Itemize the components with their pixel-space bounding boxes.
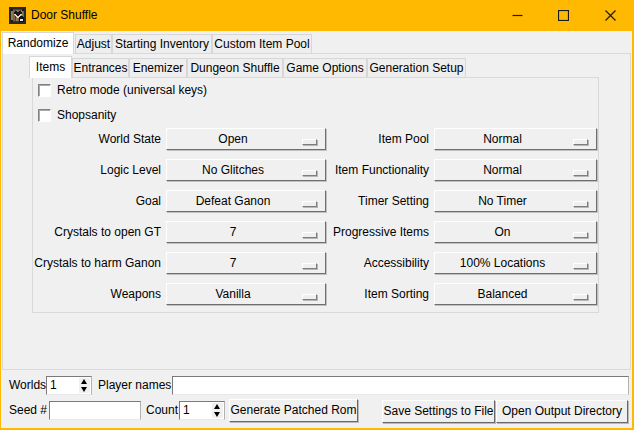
seed-input[interactable] [49, 401, 141, 420]
generate-patched-rom-button[interactable]: Generate Patched Rom [229, 399, 358, 422]
close-icon [605, 10, 616, 21]
dropdown-indicator-icon [573, 139, 588, 145]
window-title: Door Shuffle [31, 0, 98, 31]
item-sorting-dropdown[interactable]: Balanced [434, 283, 597, 305]
item-sorting-label: Item Sorting [309, 283, 429, 305]
tab-game-options[interactable]: Game Options [283, 58, 367, 77]
player-names-label: Player names [98, 376, 171, 395]
dropdown-indicator-icon [573, 294, 588, 300]
tab-generation-setup[interactable]: Generation Setup [367, 58, 466, 77]
world-state-label: World State [21, 128, 161, 150]
tab-randomize[interactable]: Randomize [2, 32, 74, 54]
close-button[interactable] [587, 0, 633, 31]
item-functionality-label: Item Functionality [309, 159, 429, 181]
tab-custom-item-pool[interactable]: Custom Item Pool [212, 34, 312, 53]
maximize-button[interactable] [540, 0, 586, 31]
accessibility-label: Accessibility [309, 252, 429, 274]
dropdown-indicator-icon [573, 170, 588, 176]
timer-setting-dropdown[interactable]: No Timer [434, 190, 597, 212]
goal-dropdown[interactable]: Defeat Ganon [166, 190, 326, 212]
player-names-input[interactable] [172, 376, 629, 395]
crystals-gt-dropdown[interactable]: 7 [166, 221, 326, 243]
dropdown-indicator-icon [573, 263, 588, 269]
dropdown-indicator-icon [573, 232, 588, 238]
seed-label: Seed # [9, 401, 47, 420]
weapons-dropdown[interactable]: Vanilla [166, 283, 326, 305]
crystals-ganon-label: Crystals to harm Ganon [21, 252, 161, 274]
world-state-dropdown[interactable]: Open [166, 128, 326, 150]
minimize-icon [512, 10, 523, 21]
shopsanity-label: Shopsanity [57, 109, 116, 122]
logic-level-label: Logic Level [21, 159, 161, 181]
crystals-ganon-dropdown[interactable]: 7 [166, 252, 326, 274]
item-functionality-dropdown[interactable]: Normal [434, 159, 597, 181]
goal-label: Goal [21, 190, 161, 212]
maximize-icon [558, 10, 569, 21]
item-pool-label: Item Pool [309, 128, 429, 150]
item-pool-dropdown[interactable]: Normal [434, 128, 597, 150]
retro-mode-checkbox[interactable] [38, 84, 51, 97]
worlds-label: Worlds [9, 376, 46, 395]
tab-enemizer[interactable]: Enemizer [129, 58, 187, 77]
retro-mode-label: Retro mode (universal keys) [57, 84, 207, 97]
tab-dungeon-shuffle[interactable]: Dungeon Shuffle [187, 58, 283, 77]
worlds-spinbox[interactable]: 1 [46, 376, 92, 395]
weapons-label: Weapons [21, 283, 161, 305]
dropdown-indicator-icon [573, 201, 588, 207]
tab-starting-inventory[interactable]: Starting Inventory [112, 34, 212, 53]
tab-items[interactable]: Items [29, 56, 72, 78]
count-spin-down-icon[interactable] [212, 411, 223, 418]
accessibility-dropdown[interactable]: 100% Locations [434, 252, 597, 274]
timer-setting-label: Timer Setting [309, 190, 429, 212]
count-spinbox[interactable]: 1 [179, 401, 225, 420]
worlds-spin-up-icon[interactable] [79, 378, 90, 385]
tab-entrances[interactable]: Entrances [72, 58, 129, 77]
shopsanity-checkbox[interactable] [38, 109, 51, 122]
tab-adjust[interactable]: Adjust [75, 34, 112, 53]
title-bar[interactable]: Door Shuffle [0, 0, 634, 31]
progressive-items-dropdown[interactable]: On [434, 221, 597, 243]
progressive-items-label: Progressive Items [309, 221, 429, 243]
logic-level-dropdown[interactable]: No Glitches [166, 159, 326, 181]
app-window: Door Shuffle Randomize Adjust Starting I… [0, 0, 634, 430]
save-settings-button[interactable]: Save Settings to File [382, 400, 495, 423]
crystals-gt-label: Crystals to open GT [21, 221, 161, 243]
count-label: Count [146, 401, 178, 420]
app-icon [9, 7, 26, 24]
count-spin-up-icon[interactable] [212, 403, 223, 410]
open-output-directory-button[interactable]: Open Output Directory [496, 400, 628, 423]
minimize-button[interactable] [494, 0, 540, 31]
worlds-spin-down-icon[interactable] [79, 386, 90, 393]
